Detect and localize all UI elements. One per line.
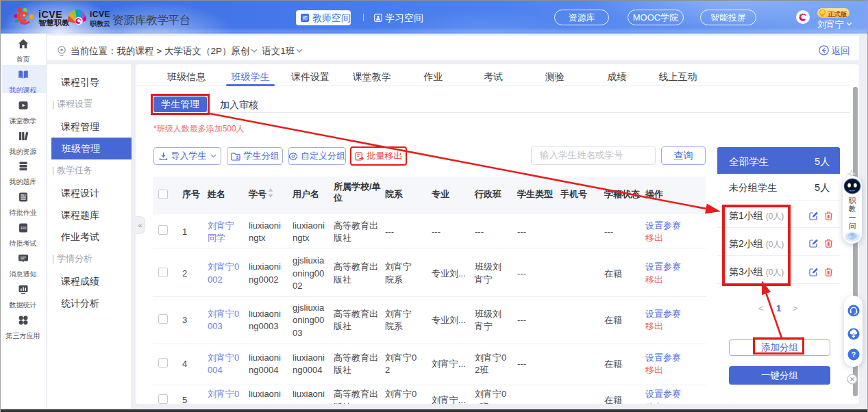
- svg-text:?: ?: [851, 350, 855, 359]
